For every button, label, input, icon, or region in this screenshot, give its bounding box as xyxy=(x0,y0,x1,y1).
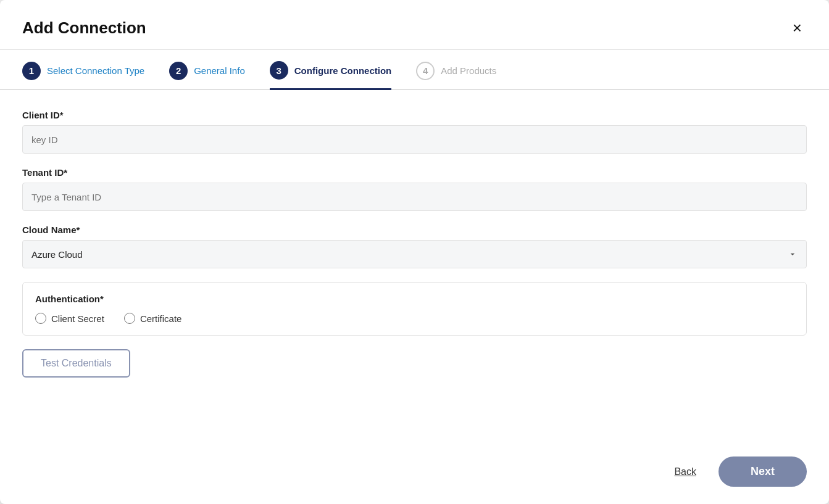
tenant-id-label: Tenant ID* xyxy=(22,167,807,178)
modal-title: Add Connection xyxy=(22,19,146,38)
step-1-circle: 1 xyxy=(22,62,41,80)
client-secret-radio[interactable] xyxy=(35,313,46,324)
step-3[interactable]: 3 Configure Connection xyxy=(270,61,392,90)
step-4-circle: 4 xyxy=(416,62,435,80)
cloud-name-group: Cloud Name* Azure Cloud Azure US Governm… xyxy=(22,225,807,268)
client-id-label: Client ID* xyxy=(22,110,807,120)
add-connection-modal: Add Connection × 1 Select Connection Typ… xyxy=(0,0,829,504)
modal-header: Add Connection × xyxy=(0,0,829,50)
auth-title: Authentication* xyxy=(35,294,794,304)
auth-radio-group: Client Secret Certificate xyxy=(35,313,794,324)
authentication-box: Authentication* Client Secret Certificat… xyxy=(22,282,807,336)
client-secret-label: Client Secret xyxy=(51,313,104,324)
step-3-label: Configure Connection xyxy=(294,65,392,76)
client-secret-option[interactable]: Client Secret xyxy=(35,313,104,324)
client-id-group: Client ID* xyxy=(22,110,807,154)
step-4[interactable]: 4 Add Products xyxy=(416,62,496,89)
certificate-option[interactable]: Certificate xyxy=(124,313,182,324)
step-2-label: General Info xyxy=(194,65,245,76)
test-credentials-button[interactable]: Test Credentials xyxy=(22,349,130,378)
cloud-name-label: Cloud Name* xyxy=(22,225,807,235)
modal-footer: Back Next xyxy=(0,444,829,504)
tenant-id-input[interactable] xyxy=(22,183,807,211)
certificate-label: Certificate xyxy=(140,313,182,324)
step-1[interactable]: 1 Select Connection Type xyxy=(22,62,144,89)
certificate-radio[interactable] xyxy=(124,313,135,324)
cloud-name-select[interactable]: Azure Cloud Azure US Government Azure Ch… xyxy=(22,240,807,268)
close-button[interactable]: × xyxy=(788,17,807,38)
step-4-label: Add Products xyxy=(441,65,496,76)
stepper: 1 Select Connection Type 2 General Info … xyxy=(0,50,829,90)
step-2[interactable]: 2 General Info xyxy=(169,62,245,89)
step-1-label: Select Connection Type xyxy=(47,65,144,76)
back-button[interactable]: Back xyxy=(667,461,704,482)
step-3-circle: 3 xyxy=(270,61,288,80)
next-button[interactable]: Next xyxy=(719,456,807,487)
step-2-circle: 2 xyxy=(169,62,188,80)
client-id-input[interactable] xyxy=(22,125,807,154)
tenant-id-group: Tenant ID* xyxy=(22,167,807,211)
modal-body: Client ID* Tenant ID* Cloud Name* Azure … xyxy=(0,90,829,444)
